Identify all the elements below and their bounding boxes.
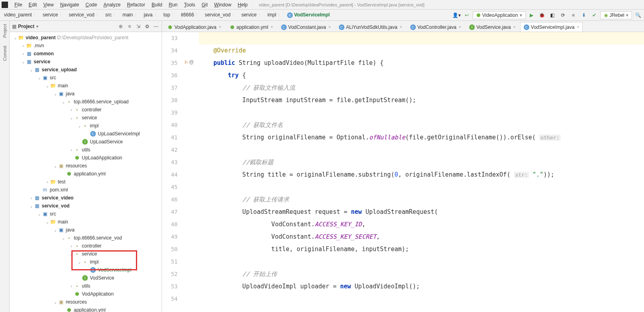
tree-node-resources[interactable]: ⌄▣resources <box>10 162 162 170</box>
tree-node-top-it6666-service-upload[interactable]: ⌄▪top.it6666.service_upload <box>10 98 162 106</box>
settings-icon[interactable]: ✿ <box>144 23 150 30</box>
tree-arrow[interactable]: ⌄ <box>13 36 18 40</box>
tab-close-icon[interactable]: × <box>459 25 461 29</box>
tree-node-utils[interactable]: ›▪utils <box>10 282 162 290</box>
tree-node-application-yml[interactable]: ⬢application.yml <box>10 170 162 178</box>
tree-node-service-vod[interactable]: ⌄▦service_vod <box>10 202 162 210</box>
tree-node-controller[interactable]: ›▪controller <box>10 106 162 114</box>
run-button[interactable]: ▶ <box>527 11 536 20</box>
tab-close-icon[interactable]: × <box>219 25 221 29</box>
tree-arrow[interactable]: › <box>69 108 74 112</box>
expand-icon[interactable]: ≡ <box>126 23 133 30</box>
tree-node-service[interactable]: ⌄▦service <box>10 58 162 66</box>
crumb-impl[interactable]: impl <box>265 11 285 19</box>
tab-vodconstant-java[interactable]: CVodConstant.java× <box>277 22 334 32</box>
tree-node-service[interactable]: ⌄▪service <box>10 250 162 258</box>
tree-arrow[interactable]: › <box>21 44 26 48</box>
back-icon[interactable]: ↩ <box>462 11 471 20</box>
crumb-vodserviceimpl[interactable]: C VodServiceImpl <box>285 11 334 19</box>
menu-git[interactable]: Git <box>198 1 211 8</box>
tab-close-icon[interactable]: × <box>400 25 402 29</box>
tab-aliyunvodsdkutils-java[interactable]: CALiYunVodSdkUtils.java× <box>335 22 406 32</box>
tree-arrow[interactable]: ⌄ <box>37 76 42 80</box>
tree-node-application-yml[interactable]: ⬢application.yml <box>10 306 162 312</box>
crumb-java[interactable]: java <box>141 11 161 19</box>
search-icon[interactable]: 🔍 <box>634 11 642 20</box>
menu-run[interactable]: Run <box>166 1 181 8</box>
tree-node-java[interactable]: ⌄▣java <box>10 226 162 234</box>
tree-node--mvn[interactable]: ›📁.mvn <box>10 42 162 50</box>
menu-refactor[interactable]: Refactor <box>124 1 148 8</box>
crumb-it6666[interactable]: it6666 <box>178 11 203 19</box>
stop-button[interactable]: ■ <box>569 11 578 20</box>
code-editor[interactable]: @Override public String uploadVideo(Mult… <box>197 32 644 312</box>
crumb-src[interactable]: src <box>103 11 120 19</box>
tree-arrow[interactable]: ⌄ <box>45 84 50 88</box>
tree-arrow[interactable]: › <box>69 244 74 248</box>
tree-arrow[interactable]: › <box>69 284 74 288</box>
tab-close-icon[interactable]: × <box>271 25 273 29</box>
tab-close-icon[interactable]: × <box>577 25 579 29</box>
menu-window[interactable]: Window <box>211 1 235 8</box>
user-icon[interactable]: 👤▾ <box>452 11 461 20</box>
tree-arrow[interactable]: ⌄ <box>21 60 26 64</box>
tree-node-impl[interactable]: ⌄▪impl <box>10 258 162 266</box>
tree-arrow[interactable]: ⌄ <box>61 100 66 104</box>
tab-vodservice-java[interactable]: IVodService.java× <box>466 22 519 32</box>
tab-vodcontroller-java[interactable]: CVodController.java× <box>407 22 465 32</box>
run-config-selector[interactable]: ⬢VideoApplication▾ <box>473 11 525 19</box>
menu-edit[interactable]: Edit <box>25 1 40 8</box>
tree-node-src[interactable]: ⌄▣src <box>10 210 162 218</box>
crumb-service_vod[interactable]: service_vod <box>203 11 239 19</box>
tree-node-service-upload[interactable]: ⌄▦service_upload <box>10 66 162 74</box>
tree-node-uploadserviceimpl[interactable]: CUpLoadServiceImpl <box>10 130 162 138</box>
tree-node-service[interactable]: ⌄▪service <box>10 114 162 122</box>
tree-node-vodservice[interactable]: IVodService <box>10 274 162 282</box>
tree-node-video-parent[interactable]: ⌄📁video_parentD:\Develop\IdeaPro\video_p… <box>10 34 162 42</box>
tree-node-uploadapplication[interactable]: ⬢UpLoadApplication <box>10 154 162 162</box>
menu-help[interactable]: Help <box>235 1 251 8</box>
tree-arrow[interactable]: › <box>69 148 74 152</box>
tree-arrow[interactable]: ⌄ <box>53 164 58 168</box>
tree-arrow[interactable]: › <box>29 196 34 200</box>
tree-arrow[interactable]: › <box>45 180 50 184</box>
tree-arrow[interactable]: ⌄ <box>61 236 66 240</box>
project-tool-tab[interactable]: Project <box>2 24 7 38</box>
hide-icon[interactable]: — <box>153 23 159 30</box>
tab-application-yml[interactable]: ⬢application.yml× <box>226 22 277 32</box>
tree-node-test[interactable]: ›📁test <box>10 178 162 186</box>
tab-close-icon[interactable]: × <box>513 25 516 29</box>
tree-node-impl[interactable]: ⌄▪impl <box>10 122 162 130</box>
override-marker-icon[interactable]: I↑ <box>185 60 188 64</box>
tree-arrow[interactable]: ⌄ <box>29 204 34 208</box>
collapse-icon[interactable]: ⇲ <box>135 23 142 30</box>
crumb-service[interactable]: service <box>239 11 265 19</box>
tree-node-resources[interactable]: ⌄▣resources <box>10 298 162 306</box>
profile-button[interactable]: ⟳ <box>559 11 567 20</box>
tree-arrow[interactable]: ⌄ <box>53 300 58 304</box>
tree-arrow[interactable]: ⌄ <box>69 252 74 256</box>
tree-node-common[interactable]: ›▦common <box>10 50 162 58</box>
tree-arrow[interactable]: ⌄ <box>69 116 74 120</box>
locate-icon[interactable]: ⊕ <box>117 23 124 30</box>
tab-vodserviceimpl-java[interactable]: CVodServiceImpl.java× <box>520 22 583 32</box>
debug-button[interactable]: 🐞 <box>538 11 547 20</box>
crumb-service_vod[interactable]: service_vod <box>66 11 103 19</box>
menu-file[interactable]: File <box>11 1 25 8</box>
menu-analyze[interactable]: Analyze <box>100 1 124 8</box>
tree-node-java[interactable]: ⌄▣java <box>10 90 162 98</box>
tree-node-main[interactable]: ⌄📁main <box>10 218 162 226</box>
tree-node-src[interactable]: ⌄▣src <box>10 74 162 82</box>
tree-arrow[interactable]: ⌄ <box>77 260 82 264</box>
git-commit-button[interactable]: ✔ <box>590 11 599 20</box>
menu-navigate[interactable]: Navigate <box>57 1 82 8</box>
tab-vodapplication-java[interactable]: ⬢VodApplication.java× <box>164 22 225 32</box>
crumb-service[interactable]: service <box>40 11 66 19</box>
tree-arrow[interactable]: ⌄ <box>45 220 50 224</box>
coverage-button[interactable]: ◧ <box>548 11 557 20</box>
tree-node-main[interactable]: ⌄📁main <box>10 82 162 90</box>
tab-close-icon[interactable]: × <box>328 25 331 29</box>
crumb-video_parent[interactable]: video_parent <box>2 11 40 19</box>
tree-arrow[interactable]: ⌄ <box>53 228 58 232</box>
tree-arrow[interactable]: ⌄ <box>29 68 34 72</box>
